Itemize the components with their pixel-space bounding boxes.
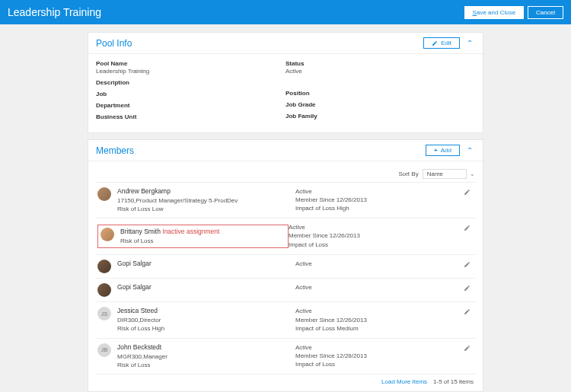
field-label: Department [96,102,286,109]
avatar [97,260,111,273]
field: Description [96,79,286,86]
member-since: Member Since 12/26/2013 [289,231,474,240]
app-header: Leadership Training Save and Close Cance… [0,0,571,24]
add-member-button[interactable]: + Add [426,145,460,156]
chevron-down-icon: ⌄ [470,171,475,177]
content-area: Pool Info Edit ⌃ Pool NameLeadership Tra… [88,32,483,392]
member-status: Active [295,343,474,352]
member-impact: Impact of Loss High [295,204,474,212]
field: StatusActive [286,60,475,75]
member-name: Gopi Salgar [117,283,295,292]
edit-member-icon[interactable] [464,261,471,269]
members-header: Members + Add ⌃ [88,140,483,161]
member-detail: DIR300,Director [117,316,295,324]
member-row: JSJessica SteedDIR300,DirectorRisk of Lo… [96,301,475,337]
avatar: JB [97,343,111,357]
cancel-button[interactable]: Cancel [528,6,563,19]
member-name: Jessica Steed [117,307,295,316]
sort-select[interactable]: Name ⌄ [423,169,475,179]
member-status: Active [295,283,474,292]
edit-button[interactable]: Edit [423,37,460,49]
field: Pool NameLeadership Training [96,60,286,75]
load-more-link[interactable]: Load More Items [381,378,427,385]
avatar [97,283,111,297]
inactive-badge: Inactive assignment [161,228,219,235]
pool-info-panel: Pool Info Edit ⌃ Pool NameLeadership Tra… [88,32,483,133]
field: Job Grade [286,101,475,108]
member-name: Brittany Smith Inactive assignment [120,228,286,237]
member-detail: 17150,Product Manager/Strategy 5-ProdDev [117,196,295,205]
edit-member-icon[interactable] [464,225,471,233]
field-value: Leadership Training [96,68,286,75]
collapse-pool-icon[interactable]: ⌃ [464,39,475,47]
field: Department [96,102,286,109]
page-title: Leadership Training [8,6,101,18]
pool-info-body: Pool NameLeadership TrainingDescriptionJ… [88,54,483,132]
field-label: Pool Name [96,60,286,67]
member-name: Andrew Bergkamp [117,187,295,196]
member-risk: Risk of Loss [117,361,295,369]
field-value: Active [286,68,475,75]
member-name: Gopi Salgar [117,260,295,269]
highlight-box: Brittany Smith Inactive assignmentRisk o… [97,225,289,248]
field-label: Job Family [286,113,475,120]
pencil-icon [432,40,438,46]
pool-info-title: Pool Info [96,38,132,49]
collapse-members-icon[interactable]: ⌃ [464,146,475,155]
header-actions: Save and Close Cancel [464,6,563,19]
member-risk: Risk of Loss [120,237,286,245]
members-body: Sort By Name ⌄ Andrew Bergkamp17150,Prod… [88,161,483,391]
member-status: Active [289,223,474,231]
field: Job Family [286,113,475,120]
member-impact: Impact of Loss [289,241,474,249]
member-impact: Impact of Loss [295,360,474,368]
members-panel: Members + Add ⌃ Sort By Name ⌄ Andrew Be… [88,139,483,392]
field: Job [96,91,286,97]
member-since: Member Since 12/26/2013 [295,196,474,204]
edit-member-icon[interactable] [464,189,471,197]
avatar [97,187,111,201]
member-name: John Beckstedt [117,343,295,352]
avatar [100,228,114,241]
field-label: Description [96,79,286,86]
member-since: Member Since 12/26/2013 [295,316,474,324]
member-risk: Risk of Loss Low [117,205,295,213]
plus-icon: + [434,147,438,154]
member-risk: Risk of Loss High [117,324,295,333]
member-row: Brittany Smith Inactive assignmentRisk o… [96,218,475,254]
member-status: Active [295,307,474,315]
item-count: 1-5 of 15 items [433,378,474,385]
member-row: Andrew Bergkamp17150,Product Manager/Str… [96,182,475,218]
member-impact: Impact of Loss Medium [295,324,474,333]
members-footer: Load More Items 1-5 of 15 items [96,374,475,387]
member-row: Gopi SalgarActive [96,254,475,278]
member-row: JBJohn BeckstedtMGR300,ManagerRisk of Lo… [96,338,475,374]
field-label: Job [96,91,286,97]
member-row: Gopi SalgarActive [96,278,475,301]
sort-label: Sort By [398,171,418,177]
pool-info-header: Pool Info Edit ⌃ [88,33,483,54]
member-status: Active [295,260,474,268]
edit-member-icon[interactable] [464,285,471,293]
member-detail: MGR300,Manager [117,352,295,361]
member-since: Member Since 12/28/2013 [295,352,474,360]
member-status: Active [295,187,474,196]
sort-row: Sort By Name ⌄ [96,166,475,182]
save-and-close-button[interactable]: Save and Close [464,6,525,19]
avatar: JS [97,307,111,320]
members-title: Members [96,145,134,156]
field-label: Position [286,90,475,97]
field: Business Unit [96,113,286,120]
field-label: Status [286,60,475,67]
edit-member-icon[interactable] [464,308,471,317]
field-label: Job Grade [286,101,475,108]
field: Position [286,90,475,97]
edit-member-icon[interactable] [464,345,471,353]
field-label: Business Unit [96,113,286,120]
